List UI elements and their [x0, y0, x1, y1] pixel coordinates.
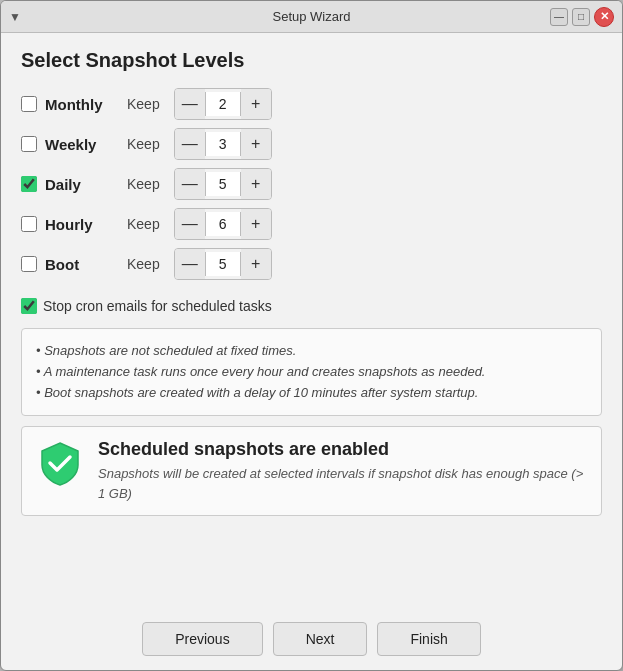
- snapshot-row-monthly: MonthlyKeep—2+: [21, 86, 602, 122]
- main-content: Select Snapshot Levels MonthlyKeep—2+Wee…: [1, 33, 622, 612]
- info-line: • A maintenance task runs once every hou…: [36, 362, 587, 383]
- info-line: • Boot snapshots are created with a dela…: [36, 383, 587, 404]
- daily-counter-value: 5: [205, 172, 241, 196]
- previous-button[interactable]: Previous: [142, 622, 262, 656]
- hourly-counter-value: 6: [205, 212, 241, 236]
- weekly-keep-label: Keep: [127, 136, 160, 152]
- daily-keep-label: Keep: [127, 176, 160, 192]
- daily-decrement-button[interactable]: —: [175, 169, 205, 199]
- weekly-increment-button[interactable]: +: [241, 129, 271, 159]
- maximize-button[interactable]: □: [572, 8, 590, 26]
- chevron-down-icon[interactable]: ▼: [9, 10, 21, 24]
- monthly-checkbox[interactable]: [21, 96, 37, 112]
- monthly-label: Monthly: [45, 96, 115, 113]
- boot-label: Boot: [45, 256, 115, 273]
- daily-counter: —5+: [174, 168, 272, 200]
- titlebar: ▼ Setup Wizard — □ ✕: [1, 1, 622, 33]
- hourly-keep-label: Keep: [127, 216, 160, 232]
- boot-counter: —5+: [174, 248, 272, 280]
- setup-wizard-window: ▼ Setup Wizard — □ ✕ Select Snapshot Lev…: [0, 0, 623, 671]
- weekly-label: Weekly: [45, 136, 115, 153]
- boot-decrement-button[interactable]: —: [175, 249, 205, 279]
- weekly-decrement-button[interactable]: —: [175, 129, 205, 159]
- snapshot-row-hourly: HourlyKeep—6+: [21, 206, 602, 242]
- cron-checkbox[interactable]: [21, 298, 37, 314]
- next-button[interactable]: Next: [273, 622, 368, 656]
- minimize-button[interactable]: —: [550, 8, 568, 26]
- daily-increment-button[interactable]: +: [241, 169, 271, 199]
- monthly-decrement-button[interactable]: —: [175, 89, 205, 119]
- snapshot-row-weekly: WeeklyKeep—3+: [21, 126, 602, 162]
- boot-checkbox[interactable]: [21, 256, 37, 272]
- monthly-keep-label: Keep: [127, 96, 160, 112]
- weekly-counter: —3+: [174, 128, 272, 160]
- status-title: Scheduled snapshots are enabled: [98, 439, 587, 460]
- cron-label: Stop cron emails for scheduled tasks: [43, 298, 272, 314]
- info-box: • Snapshots are not scheduled at fixed t…: [21, 328, 602, 416]
- window-title: Setup Wizard: [272, 9, 350, 24]
- hourly-decrement-button[interactable]: —: [175, 209, 205, 239]
- monthly-counter: —2+: [174, 88, 272, 120]
- snapshot-row-boot: BootKeep—5+: [21, 246, 602, 282]
- snapshot-row-daily: DailyKeep—5+: [21, 166, 602, 202]
- hourly-increment-button[interactable]: +: [241, 209, 271, 239]
- status-text: Scheduled snapshots are enabled Snapshot…: [98, 439, 587, 503]
- boot-keep-label: Keep: [127, 256, 160, 272]
- boot-counter-value: 5: [205, 252, 241, 276]
- finish-button[interactable]: Finish: [377, 622, 480, 656]
- monthly-counter-value: 2: [205, 92, 241, 116]
- daily-checkbox[interactable]: [21, 176, 37, 192]
- close-button[interactable]: ✕: [594, 7, 614, 27]
- weekly-checkbox[interactable]: [21, 136, 37, 152]
- boot-increment-button[interactable]: +: [241, 249, 271, 279]
- window-controls: — □ ✕: [550, 7, 614, 27]
- monthly-increment-button[interactable]: +: [241, 89, 271, 119]
- snapshot-rows: MonthlyKeep—2+WeeklyKeep—3+DailyKeep—5+H…: [21, 86, 602, 282]
- weekly-counter-value: 3: [205, 132, 241, 156]
- footer: Previous Next Finish: [1, 612, 622, 670]
- hourly-checkbox[interactable]: [21, 216, 37, 232]
- shield-icon: [36, 439, 84, 487]
- info-line: • Snapshots are not scheduled at fixed t…: [36, 341, 587, 362]
- page-title: Select Snapshot Levels: [21, 49, 602, 72]
- status-description: Snapshots will be created at selected in…: [98, 464, 587, 503]
- daily-label: Daily: [45, 176, 115, 193]
- hourly-label: Hourly: [45, 216, 115, 233]
- status-box: Scheduled snapshots are enabled Snapshot…: [21, 426, 602, 516]
- cron-row: Stop cron emails for scheduled tasks: [21, 298, 602, 314]
- hourly-counter: —6+: [174, 208, 272, 240]
